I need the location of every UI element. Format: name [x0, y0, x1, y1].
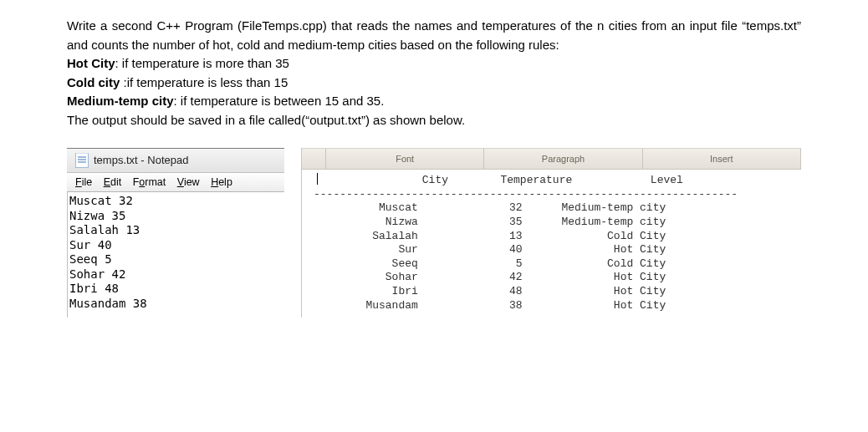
notepad-icon — [75, 153, 89, 168]
menu-help[interactable]: Help — [211, 176, 232, 188]
ribbon-group-font[interactable]: Font — [326, 152, 483, 166]
output-window: Font Paragraph Insert City Temperature L… — [301, 148, 801, 318]
menu-edit[interactable]: Edit — [104, 176, 122, 188]
cold-label: Cold city — [67, 75, 124, 89]
ribbon-group-insert[interactable]: Insert — [643, 152, 800, 166]
rule-cold: Cold city :if temperature is less than 1… — [67, 74, 801, 93]
text-cursor — [317, 173, 318, 185]
rule-hot: Hot City: if temperature is more than 35 — [67, 54, 801, 74]
ribbon: Font Paragraph Insert — [302, 149, 801, 170]
notepad-menubar: File Edit Format View Help — [67, 173, 284, 193]
notepad-titlebar: temps.txt - Notepad — [67, 149, 284, 173]
instruction-paragraph: Write a second C++ Program (FileTemps.cp… — [67, 17, 801, 54]
hot-label: Hot City — [67, 56, 115, 70]
output-instruction: The output should be saved in a file cal… — [67, 111, 801, 130]
ribbon-group-paragraph[interactable]: Paragraph — [484, 152, 641, 166]
instructions-block: Write a second C++ Program (FileTemps.cp… — [67, 17, 801, 130]
notepad-content[interactable]: Muscat 32 Nizwa 35 Salalah 13 Sur 40 See… — [67, 192, 284, 318]
hot-rule: : if temperature is more than 35 — [115, 56, 289, 70]
output-content: City Temperature Level -----------------… — [302, 170, 801, 318]
med-label: Medium-temp city — [67, 94, 174, 108]
notepad-title-text: temps.txt - Notepad — [94, 152, 188, 169]
menu-view[interactable]: View — [177, 176, 200, 188]
menu-format[interactable]: Format — [133, 176, 166, 188]
rule-medium: Medium-temp city: if temperature is betw… — [67, 92, 801, 111]
med-rule: : if temperature is between 15 and 35. — [174, 94, 385, 108]
menu-file[interactable]: File — [75, 176, 92, 188]
notepad-window: temps.txt - Notepad File Edit Format Vie… — [67, 148, 284, 318]
cold-rule: :if temperature is less than 15 — [124, 75, 288, 89]
